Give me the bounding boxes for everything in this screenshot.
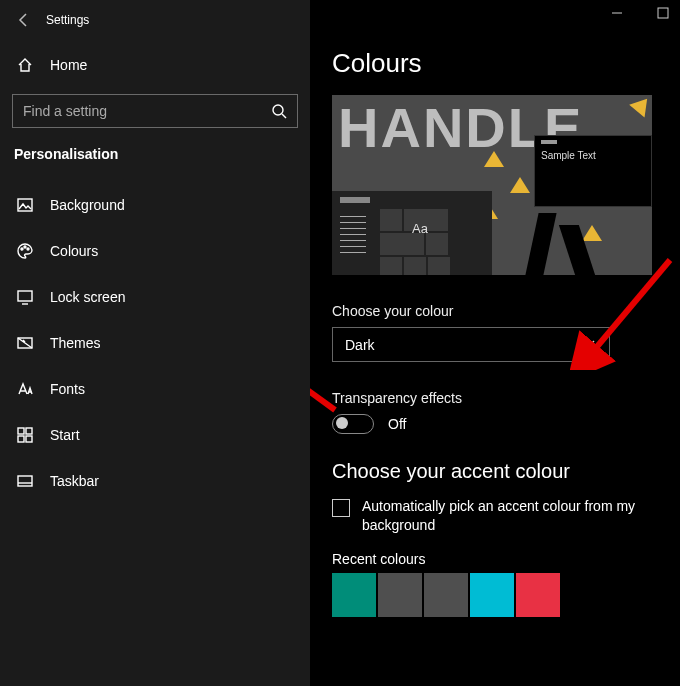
lock-screen-icon: [16, 288, 34, 306]
search-input[interactable]: [12, 94, 298, 128]
transparency-label: Transparency effects: [332, 390, 658, 406]
colour-swatch[interactable]: [470, 573, 514, 617]
auto-accent-label: Automatically pick an accent colour from…: [362, 497, 642, 535]
start-icon: [16, 426, 34, 444]
warning-icon: [484, 151, 504, 167]
choose-colour-label: Choose your colour: [332, 303, 658, 319]
sidebar-item-label: Taskbar: [50, 473, 99, 489]
sidebar-item-start[interactable]: Start: [12, 412, 298, 458]
image-icon: [16, 196, 34, 214]
sidebar-item-label: Lock screen: [50, 289, 125, 305]
preview-aa: Aa: [412, 221, 428, 236]
sidebar-item-label: Themes: [50, 335, 101, 351]
sidebar-item-label: Start: [50, 427, 80, 443]
fonts-icon: [16, 380, 34, 398]
transparency-value: Off: [388, 416, 406, 432]
home-label: Home: [50, 57, 87, 73]
crack-graphic: [512, 205, 652, 275]
auto-accent-checkbox[interactable]: [332, 499, 350, 517]
svg-point-2: [21, 248, 23, 250]
svg-point-3: [24, 246, 26, 248]
sidebar-item-taskbar[interactable]: Taskbar: [12, 458, 298, 504]
theme-preview: HANDLE Aa Sample Text: [332, 95, 652, 275]
colour-swatch[interactable]: [516, 573, 560, 617]
svg-rect-5: [18, 291, 32, 301]
sample-text-label: Sample Text: [535, 148, 651, 163]
accent-heading: Choose your accent colour: [332, 460, 658, 483]
preview-window: Sample Text: [534, 135, 652, 207]
preview-start: Aa: [332, 191, 492, 275]
svg-rect-11: [18, 476, 32, 486]
svg-point-0: [273, 105, 283, 115]
sidebar-item-label: Fonts: [50, 381, 85, 397]
svg-rect-1: [18, 199, 32, 211]
colour-swatch[interactable]: [378, 573, 422, 617]
warning-icon: [510, 177, 530, 193]
palette-icon: [16, 242, 34, 260]
svg-rect-8: [26, 428, 32, 434]
svg-rect-12: [658, 8, 668, 18]
sidebar-item-label: Background: [50, 197, 125, 213]
svg-rect-7: [18, 428, 24, 434]
home-button[interactable]: Home: [12, 46, 298, 94]
colour-swatch[interactable]: [332, 573, 376, 617]
sidebar-item-lockscreen[interactable]: Lock screen: [12, 274, 298, 320]
sidebar-item-colours[interactable]: Colours: [12, 228, 298, 274]
transparency-toggle[interactable]: [332, 414, 374, 434]
choose-colour-select[interactable]: Dark: [332, 327, 610, 362]
window-title: Settings: [46, 13, 89, 27]
minimize-icon[interactable]: [610, 6, 624, 20]
search-icon: [270, 102, 288, 120]
chevron-down-icon: [583, 336, 597, 353]
back-icon[interactable]: [16, 12, 32, 28]
svg-rect-10: [26, 436, 32, 442]
sidebar-item-label: Colours: [50, 243, 98, 259]
svg-point-4: [27, 248, 29, 250]
warning-icon: [629, 95, 652, 118]
sidebar-item-fonts[interactable]: Fonts: [12, 366, 298, 412]
colour-swatch[interactable]: [424, 573, 468, 617]
home-icon: [16, 56, 34, 74]
recent-colours: [332, 573, 658, 617]
sidebar-item-themes[interactable]: Themes: [12, 320, 298, 366]
page-title: Colours: [332, 48, 658, 79]
choose-colour-value: Dark: [345, 337, 375, 353]
recent-colours-label: Recent colours: [332, 551, 658, 567]
section-label: Personalisation: [12, 144, 298, 182]
maximize-icon[interactable]: [656, 6, 670, 20]
themes-icon: [16, 334, 34, 352]
svg-rect-9: [18, 436, 24, 442]
taskbar-icon: [16, 472, 34, 490]
sidebar-item-background[interactable]: Background: [12, 182, 298, 228]
